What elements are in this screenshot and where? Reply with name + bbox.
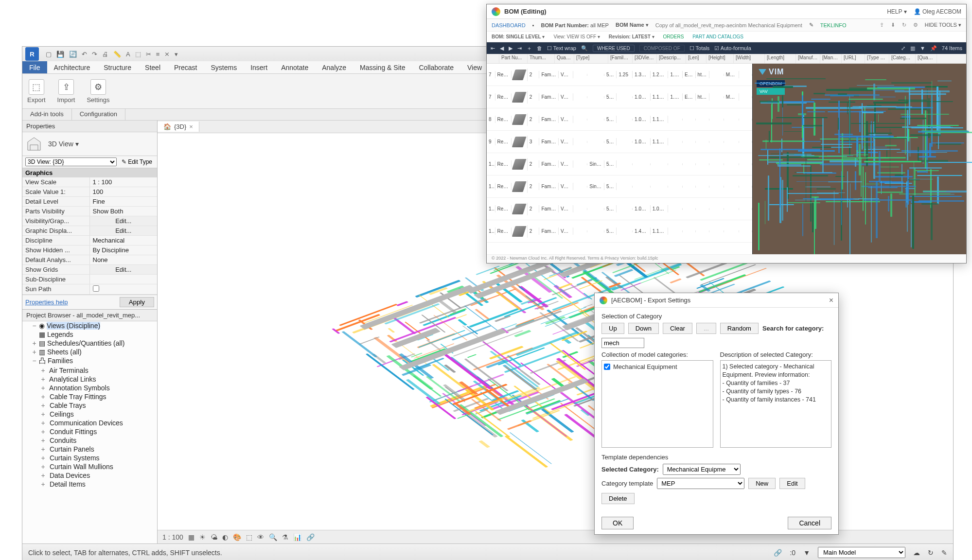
- tree-leaf[interactable]: + Curtain Systems: [40, 454, 157, 462]
- column-header[interactable]: [487, 54, 499, 63]
- type-selector[interactable]: 3D View: {3D}: [25, 158, 117, 166]
- vc-constraints-icon[interactable]: 🔗: [306, 533, 315, 541]
- status-cloud-icon[interactable]: ☁: [913, 549, 920, 557]
- column-header[interactable]: [Quantit...: [916, 54, 937, 63]
- random-button[interactable]: Random: [720, 323, 759, 334]
- dialog-close-icon[interactable]: ×: [829, 296, 833, 305]
- export-icon[interactable]: ⬇: [891, 22, 895, 28]
- ribbon-tab-annotate[interactable]: Annotate: [274, 61, 315, 73]
- ribbon-tab-precast[interactable]: Precast: [167, 61, 204, 73]
- table-row[interactable]: 7Revit VAV_...2FamilySymbolVAV (B)5.5 (B…: [487, 86, 752, 108]
- add-icon[interactable]: ＋: [527, 45, 532, 52]
- revision-mode[interactable]: Revision: LATEST ▾: [609, 34, 654, 39]
- table-row[interactable]: 9Revit VAV_...3FamilySymbolVAV (A)5.5 (B…: [487, 131, 752, 153]
- vc-sun-icon[interactable]: 🌤: [211, 533, 217, 541]
- qat-open-icon[interactable]: ▢: [46, 51, 52, 58]
- tree-node[interactable]: −◉ Views (Discipline): [31, 321, 157, 330]
- teklinfo-link[interactable]: TEKLINFO: [820, 22, 847, 28]
- nav-first-icon[interactable]: ⇤: [491, 45, 495, 52]
- ok-button[interactable]: OK: [601, 517, 634, 529]
- edit-icon[interactable]: ✎: [809, 22, 813, 28]
- vim-viewer[interactable]: VIM OPENBOM VAV: [752, 64, 966, 254]
- vc-analytical-icon[interactable]: 📊: [293, 533, 301, 541]
- bom-mode[interactable]: BOM: SINGLE LEVEL ▾: [492, 34, 545, 39]
- column-header[interactable]: [Type N...: [865, 54, 889, 63]
- qat-redo-icon[interactable]: ↷: [92, 51, 97, 58]
- column-header[interactable]: Part Nu...: [499, 54, 528, 63]
- tree-leaf[interactable]: + Communication Devices: [40, 419, 157, 427]
- table-row[interactable]: 7Revit VAV_...2FamilySymbolVAV (B)5.5 (B…: [487, 64, 752, 86]
- column-header[interactable]: [Type]: [574, 54, 608, 63]
- tree-leaf[interactable]: + Detail Items: [40, 480, 157, 489]
- tree-leaf[interactable]: + Annotation Symbols: [40, 384, 157, 392]
- nav-last-icon[interactable]: ⇥: [517, 45, 522, 52]
- dashboard-link[interactable]: DASHBOARD: [492, 22, 526, 28]
- column-header[interactable]: [Length]: [765, 54, 796, 63]
- status-filter-icon[interactable]: ▼: [803, 549, 810, 557]
- vc-shadow-icon[interactable]: ◐: [222, 533, 228, 541]
- qat-switch-icon[interactable]: ▾: [175, 51, 178, 58]
- vc-render-icon[interactable]: 🎨: [233, 533, 241, 541]
- vc-style-icon[interactable]: ☀: [199, 533, 206, 541]
- tree-node[interactable]: +▥ Sheets (all): [31, 348, 157, 356]
- nav-prev-icon[interactable]: ◀: [500, 45, 504, 52]
- filter-icon[interactable]: ▼: [920, 45, 925, 51]
- edit-type-button[interactable]: ✎ Edit Type: [120, 158, 154, 166]
- share-icon[interactable]: ⇪: [880, 22, 884, 28]
- close-tab-icon[interactable]: ×: [189, 123, 193, 130]
- vc-hide-icon[interactable]: 👁: [257, 533, 264, 541]
- edit-button[interactable]: Edit: [779, 478, 805, 489]
- openbom-table[interactable]: 7Revit VAV_...2FamilySymbolVAV (B)5.5 (B…: [487, 64, 752, 254]
- status-link-icon[interactable]: 🔗: [774, 549, 782, 557]
- qat-3d-icon[interactable]: ⬚: [135, 51, 141, 58]
- parts-link[interactable]: PART AND CATALOGS: [692, 34, 743, 39]
- qat-section-icon[interactable]: ✂: [146, 51, 151, 58]
- qat-sync-icon[interactable]: 🔄: [69, 51, 77, 58]
- properties-help-link[interactable]: Properties help: [25, 298, 120, 306]
- cancel-button[interactable]: Cancel: [788, 517, 831, 529]
- table-row[interactable]: 13Revit VAV_...2FamilySymbolVAV (A)5.5 (…: [487, 220, 752, 243]
- tree-leaf[interactable]: + Conduit Fittings: [40, 427, 157, 436]
- import-button[interactable]: ⇪Import: [57, 79, 75, 104]
- delete-icon[interactable]: 🗑: [537, 45, 542, 51]
- table-row[interactable]: 12Revit VAV_...2FamilySymbolVAV (A)5.5 (…: [487, 198, 752, 220]
- table-row[interactable]: 8Revit VAV_...2FamilySymbolVAV (B)5.5 (B…: [487, 108, 752, 131]
- help-link[interactable]: HELP ▾: [887, 8, 906, 15]
- ribbon-tab-analyze[interactable]: Analyze: [315, 61, 353, 73]
- qat-close-icon[interactable]: ⨯: [164, 51, 170, 58]
- column-header[interactable]: [3DView P...: [633, 54, 657, 63]
- composed-of-button[interactable]: COMPOSED OF: [639, 45, 685, 52]
- tree-leaf[interactable]: + Analytical Links: [40, 375, 157, 384]
- qat-thin-icon[interactable]: ≡: [156, 51, 160, 58]
- project-browser-tree[interactable]: −◉ Views (Discipline) ▦ Legends+▤ Schedu…: [22, 321, 157, 489]
- ribbon-tab-collaborate[interactable]: Collaborate: [412, 61, 460, 73]
- ribbon-tab-insert[interactable]: Insert: [244, 61, 274, 73]
- search-category-input[interactable]: [601, 338, 644, 348]
- hide-tools[interactable]: HIDE TOOLS ▾: [925, 22, 961, 28]
- ribbon-tab-steel[interactable]: Steel: [138, 61, 167, 73]
- selected-category-select[interactable]: Mechanical Equipme: [663, 464, 741, 475]
- tree-node[interactable]: +▤ Schedules/Quantities (all): [31, 339, 157, 348]
- where-used-button[interactable]: WHERE USED: [593, 45, 635, 52]
- tree-leaf[interactable]: + Ceilings: [40, 410, 157, 419]
- vc-detail-icon[interactable]: ▦: [188, 533, 194, 541]
- totals-toggle[interactable]: ☐ Totals: [689, 45, 710, 52]
- table-row[interactable]: 10Revit VAV_...2FamilySymbolVAV (D)Singl…: [487, 153, 752, 175]
- ribbon-tab-systems[interactable]: Systems: [204, 61, 244, 73]
- view-mode[interactable]: View: VIEW IS OFF ▾: [553, 34, 600, 39]
- ribbon-tab-file[interactable]: File: [22, 61, 47, 73]
- tree-leaf[interactable]: + Conduits: [40, 436, 157, 445]
- export-button[interactable]: ⬚Export: [27, 79, 46, 104]
- column-header[interactable]: [Height]: [707, 54, 734, 63]
- tree-node[interactable]: ▦ Legends: [31, 330, 157, 339]
- vc-reveal-icon[interactable]: 🔍: [269, 533, 277, 541]
- column-header[interactable]: [Manufa...: [820, 54, 842, 63]
- tree-leaf[interactable]: + Cable Trays: [40, 401, 157, 410]
- nav-next-icon[interactable]: ▶: [509, 45, 513, 52]
- ribbon-tab-structure[interactable]: Structure: [97, 61, 138, 73]
- ribbon-tab-massingsite[interactable]: Massing & Site: [353, 61, 412, 73]
- column-header[interactable]: [Category]: [889, 54, 916, 63]
- table-row[interactable]: 11Revit VAV_...2FamilySymbolVAV (C)Singl…: [487, 175, 752, 198]
- column-header[interactable]: [Descrip...: [657, 54, 686, 63]
- tree-leaf[interactable]: + Air Terminals: [40, 366, 157, 375]
